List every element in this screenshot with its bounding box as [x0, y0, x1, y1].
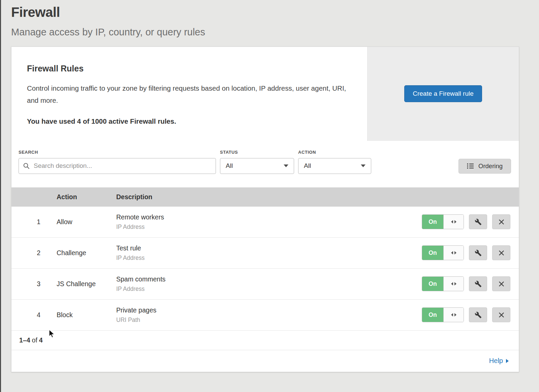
ordered-list-icon [467, 163, 474, 169]
help-link[interactable]: Help [489, 357, 509, 365]
wrench-icon [475, 218, 482, 225]
firewall-rules-card: Firewall Rules Control incoming traffic … [11, 47, 519, 372]
help-link-label: Help [489, 357, 503, 365]
rule-description: Private pages [116, 306, 421, 314]
status-filter: STATUS All [220, 150, 294, 174]
rule-action: Challenge [57, 249, 116, 257]
close-icon [499, 219, 504, 225]
toggle-handle-icon [443, 277, 464, 291]
status-select-value: All [226, 162, 233, 170]
table-row: 4 Block Private pages URI Path On [11, 300, 519, 331]
table-row: 1 Allow Remote workers IP Address On [11, 207, 519, 238]
rule-description-cell: Remote workers IP Address [116, 213, 421, 231]
wrench-icon [475, 249, 482, 257]
firewall-page: Firewall Manage access by IP, country, o… [0, 0, 539, 372]
delete-rule-button[interactable] [492, 245, 510, 260]
rule-description-cell: Test rule IP Address [116, 244, 421, 262]
wrench-icon [475, 311, 482, 319]
action-select[interactable]: All [298, 158, 371, 174]
rule-priority: 4 [11, 311, 57, 319]
ordering-button-label: Ordering [478, 162, 503, 170]
rule-description-cell: Private pages URI Path [116, 306, 421, 324]
ordering-filter: Ordering [458, 159, 511, 174]
toggle-handle-icon [443, 308, 464, 322]
column-description: Description [116, 193, 421, 201]
rule-enabled-toggle[interactable]: On [422, 245, 464, 260]
pagination-range: 1–4 [19, 336, 30, 344]
search-input-wrap [19, 158, 216, 174]
chevron-down-icon [361, 164, 366, 167]
page-header: Firewall Manage access by IP, country, o… [11, 0, 519, 38]
rule-description: Remote workers [116, 213, 421, 221]
card-description: Control incoming traffic to your zone by… [27, 82, 347, 107]
rule-description: Spam comments [116, 275, 421, 283]
toggle-on-label: On [422, 308, 443, 322]
card-heading: Firewall Rules [27, 64, 354, 73]
pagination: 1–4 of 4 [11, 331, 519, 350]
card-footer: Help [11, 350, 519, 372]
rule-controls: On [421, 276, 519, 291]
toggle-on-label: On [422, 215, 443, 229]
search-icon [23, 162, 30, 170]
search-filter: SEARCH [19, 150, 216, 174]
pagination-of: of [32, 336, 37, 344]
action-label: ACTION [298, 150, 371, 155]
rule-controls: On [421, 214, 519, 229]
filters-bar: SEARCH STATUS All ACTION [11, 141, 519, 187]
rule-controls: On [421, 245, 519, 260]
toggle-handle-icon [443, 246, 464, 260]
column-action: Action [57, 193, 116, 201]
rule-enabled-toggle[interactable]: On [422, 214, 464, 229]
search-label: SEARCH [19, 150, 216, 155]
card-top-section: Firewall Rules Control incoming traffic … [11, 47, 519, 141]
create-firewall-rule-button[interactable]: Create a Firewall rule [404, 85, 482, 102]
rule-priority: 1 [11, 218, 57, 226]
status-select[interactable]: All [220, 158, 294, 174]
page-title: Firewall [11, 5, 519, 20]
rule-action: Block [57, 311, 116, 319]
chevron-right-icon [506, 359, 509, 363]
chevron-down-icon [284, 164, 288, 167]
toggle-handle-icon [443, 215, 464, 229]
wrench-icon [475, 280, 482, 288]
close-icon [499, 250, 504, 256]
rule-match-type: IP Address [116, 254, 421, 262]
rule-match-type: URI Path [116, 316, 421, 324]
card-action-panel: Create a Firewall rule [367, 47, 519, 141]
edit-rule-button[interactable] [469, 276, 487, 291]
firewall-rules-table: Action Description 1 Allow Remote worker… [11, 187, 519, 331]
toggle-on-label: On [422, 246, 443, 260]
table-row: 3 JS Challenge Spam comments IP Address … [11, 269, 519, 300]
search-input[interactable] [19, 158, 216, 174]
rule-enabled-toggle[interactable]: On [422, 307, 464, 322]
edit-rule-button[interactable] [469, 307, 487, 322]
close-icon [499, 281, 504, 287]
rule-priority: 2 [11, 249, 57, 257]
ordering-button[interactable]: Ordering [458, 159, 511, 174]
table-row: 2 Challenge Test rule IP Address On [11, 238, 519, 269]
card-info: Firewall Rules Control incoming traffic … [11, 47, 367, 141]
rule-action: Allow [57, 218, 116, 226]
pagination-total: 4 [39, 336, 43, 344]
usage-note: You have used 4 of 1000 active Firewall … [27, 117, 354, 125]
action-select-value: All [304, 162, 311, 170]
rule-priority: 3 [11, 280, 57, 288]
status-label: STATUS [220, 150, 294, 155]
rule-action: JS Challenge [57, 280, 116, 288]
rule-match-type: IP Address [116, 285, 421, 293]
delete-rule-button[interactable] [492, 307, 510, 322]
window-edge [0, 0, 1, 392]
rule-enabled-toggle[interactable]: On [422, 276, 464, 291]
edit-rule-button[interactable] [469, 214, 487, 229]
toggle-on-label: On [422, 277, 443, 291]
rule-match-type: IP Address [116, 223, 421, 231]
page-subtitle: Manage access by IP, country, or query r… [11, 27, 519, 38]
edit-rule-button[interactable] [469, 245, 487, 260]
delete-rule-button[interactable] [492, 276, 510, 291]
table-header: Action Description [11, 187, 519, 207]
action-filter: ACTION All [298, 150, 371, 174]
rule-description: Test rule [116, 244, 421, 252]
delete-rule-button[interactable] [492, 214, 510, 229]
close-icon [499, 312, 504, 318]
rule-description-cell: Spam comments IP Address [116, 275, 421, 293]
